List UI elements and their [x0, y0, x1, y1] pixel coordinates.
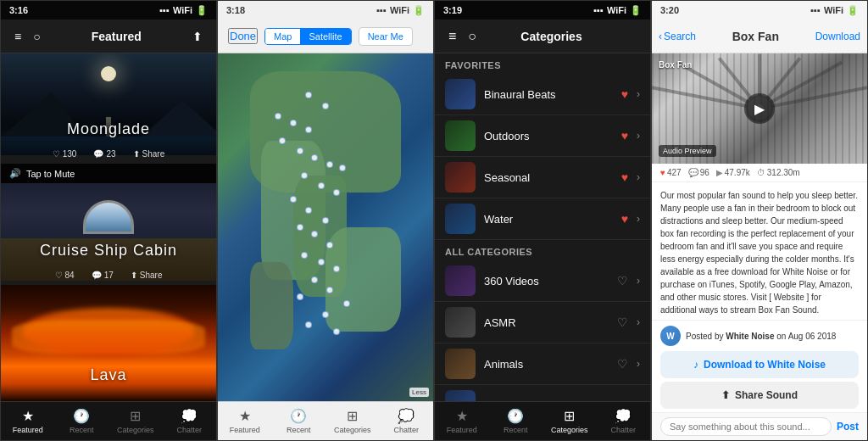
map-pin-16[interactable] [326, 242, 333, 248]
cat-binaural-all[interactable]: Binaural Beats ♥ › [435, 385, 650, 401]
status-time-3: 3:19 [443, 5, 462, 15]
tab-categories-3[interactable]: ⊞ Categories [542, 408, 597, 434]
cat-outdoors-fav[interactable]: Outdoors ♥ › [435, 115, 650, 157]
lava-card[interactable]: Lava [1, 285, 216, 401]
animals-heart[interactable]: ♡ [617, 357, 628, 371]
map-pin-25[interactable] [305, 321, 312, 328]
moonglade-likes[interactable]: ♡ 130 [53, 149, 77, 159]
comment-input[interactable] [660, 417, 832, 436]
play-button[interactable]: ▶ [744, 93, 775, 124]
water-heart[interactable]: ♥ [621, 212, 628, 226]
map-pin-11[interactable] [290, 196, 297, 203]
map-pin-7[interactable] [326, 161, 333, 168]
tab-chatter-1[interactable]: 💭 Chatter [163, 408, 217, 434]
done-button[interactable]: Done [228, 28, 258, 44]
360-heart[interactable]: ♡ [617, 274, 628, 287]
top-bar-1: ≡ ○ Featured ⬆ [1, 20, 216, 53]
cat-binaural-fav[interactable]: Binaural Beats ♥ › [435, 74, 650, 115]
tab-featured-1[interactable]: ★ Featured [1, 408, 55, 434]
download-top-button[interactable]: Download [815, 31, 860, 42]
hamburger-icon-3[interactable]: ≡ [445, 27, 459, 46]
seasonal-heart[interactable]: ♥ [621, 170, 628, 184]
post-button[interactable]: Post [837, 421, 859, 433]
cruise-comments[interactable]: 💬 17 [92, 271, 114, 280]
tab-recent-3[interactable]: 🕐 Recent [489, 408, 543, 434]
map-pin-24[interactable] [322, 311, 329, 318]
battery-icon-4: 🔋 [847, 5, 859, 16]
map-pin-21[interactable] [326, 287, 333, 293]
map-pin-6[interactable] [311, 154, 318, 161]
poster-info: W Posted by White Noise on Aug 06 2018 [652, 320, 867, 351]
status-icons-2: ▪▪▪ WiFi 🔋 [376, 5, 425, 16]
map-pin-19[interactable] [333, 265, 340, 272]
categories-title: Categories [520, 30, 581, 43]
profile-icon-3[interactable]: ○ [465, 27, 480, 46]
map-pin-8[interactable] [301, 172, 308, 179]
cat-animals[interactable]: Animals ♡ › [435, 343, 650, 385]
upload-icon[interactable]: ⬆ [189, 28, 206, 45]
map-pin-29[interactable] [305, 92, 312, 98]
tab-categories-label: Categories [117, 426, 154, 434]
map-pin-15[interactable] [311, 231, 318, 237]
map-view[interactable]: Less [218, 53, 433, 401]
map-pin-28[interactable] [322, 103, 329, 109]
map-pin-9[interactable] [318, 182, 325, 189]
map-pin-2[interactable] [290, 120, 297, 126]
map-pin-23[interactable] [343, 300, 350, 307]
tab-chatter-3[interactable]: 💭 Chatter [597, 408, 651, 434]
cat-seasonal-fav[interactable]: Seasonal ♥ › [435, 157, 650, 198]
tab-categories-2[interactable]: ⊞ Categories [326, 408, 380, 434]
tab-chatter-2[interactable]: 💭 Chatter [380, 408, 434, 434]
cat-water-fav[interactable]: Water ♥ › [435, 198, 650, 240]
cruise-likes[interactable]: ♡ 84 [55, 271, 75, 280]
map-pin-1[interactable] [275, 113, 281, 120]
map-pin-22[interactable] [297, 293, 303, 300]
map-pin-18[interactable] [318, 259, 325, 265]
clock-tab-icon-2: 🕐 [290, 408, 307, 424]
tab-featured-2[interactable]: ★ Featured [218, 408, 272, 434]
cruise-share[interactable]: ⬆ Share [131, 271, 163, 280]
tab-categories-1[interactable]: ⊞ Categories [108, 408, 163, 434]
map-pin-3[interactable] [305, 126, 312, 133]
cruise-likes-count: 84 [65, 271, 75, 280]
poster-date: Aug 06 2018 [788, 332, 837, 341]
tab-featured-3[interactable]: ★ Featured [435, 408, 489, 434]
tab-recent-label-3: Recent [504, 426, 528, 434]
grid-tab-icon: ⊞ [130, 408, 141, 424]
cruise-card[interactable]: Cruise Ship Cabin ♡ 84 💬 17 ⬆ Share [1, 183, 216, 285]
tab-recent-1[interactable]: 🕐 Recent [55, 408, 109, 434]
map-pin-26[interactable] [333, 328, 340, 335]
moonglade-comments[interactable]: 💬 23 [93, 149, 115, 159]
near-me-button[interactable]: Near Me [359, 27, 413, 46]
moonglade-card[interactable]: Moonglade ♡ 130 💬 23 ⬆ Share [1, 53, 216, 164]
binaural-heart[interactable]: ♥ [621, 87, 628, 101]
asmr-heart[interactable]: ♡ [617, 315, 628, 329]
cat-asmr[interactable]: ASMR ♡ › [435, 302, 650, 343]
map-pin-17[interactable] [301, 252, 308, 259]
cat-360[interactable]: 360 Videos ♡ › [435, 260, 650, 302]
map-pin-20[interactable] [311, 276, 318, 283]
map-pin-13[interactable] [322, 217, 329, 224]
map-pin-27[interactable] [339, 165, 346, 171]
map-pin-12[interactable] [305, 207, 312, 214]
battery-icon-3: 🔋 [630, 5, 642, 16]
map-pin-14[interactable] [297, 224, 303, 231]
mute-banner[interactable]: 🔊 Tap to Mute [1, 164, 216, 183]
outdoors-heart[interactable]: ♥ [621, 129, 628, 142]
profile-icon-1[interactable]: ○ [30, 28, 43, 45]
download-button[interactable]: ♪ Download to White Noise [660, 351, 859, 378]
hamburger-icon[interactable]: ≡ [11, 28, 25, 45]
satellite-btn[interactable]: Satellite [300, 29, 350, 44]
share-sound-button[interactable]: ⬆ Share Sound [660, 382, 859, 409]
tab-recent-2[interactable]: 🕐 Recent [272, 408, 326, 434]
binaural2-thumb [445, 390, 476, 401]
map-pin-4[interactable] [279, 137, 286, 144]
360-thumb [445, 265, 476, 296]
map-btn[interactable]: Map [265, 29, 300, 44]
tab-recent-label-2: Recent [287, 426, 311, 434]
map-pin-10[interactable] [333, 189, 340, 196]
moonglade-share[interactable]: ⬆ Share [133, 149, 165, 159]
cat-asmr-name: ASMR [484, 316, 609, 329]
back-button[interactable]: ‹ Search [659, 31, 696, 42]
map-pin-5[interactable] [297, 148, 303, 154]
